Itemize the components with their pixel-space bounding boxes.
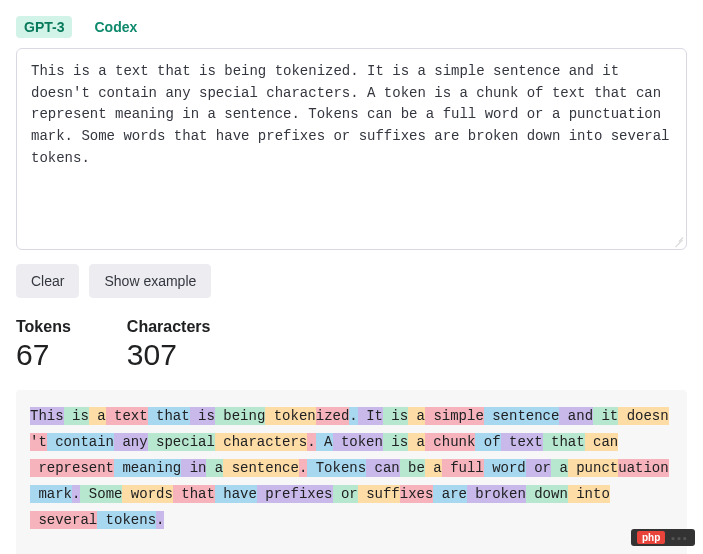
token: or	[526, 459, 551, 477]
token: full	[442, 459, 484, 477]
token: prefixes	[257, 485, 333, 503]
tab-gpt3[interactable]: GPT-3	[16, 16, 72, 38]
token: down	[526, 485, 568, 503]
token: text	[106, 407, 148, 425]
token: broken	[467, 485, 526, 503]
token-visualization: This is a text that is being tokenized. …	[30, 404, 673, 533]
token: is	[190, 407, 215, 425]
token: is	[383, 433, 408, 451]
token: special	[148, 433, 215, 451]
token: uation	[618, 459, 668, 477]
token: of	[475, 433, 500, 451]
watermark: php ▪▪▪	[631, 529, 695, 546]
token: have	[215, 485, 257, 503]
token: that	[173, 485, 215, 503]
token: suff	[358, 485, 400, 503]
token: contain	[47, 433, 114, 451]
token: sentence	[484, 407, 560, 425]
watermark-badge: php	[637, 531, 665, 544]
token: Some	[80, 485, 122, 503]
token: doesn	[618, 407, 668, 425]
token: word	[484, 459, 526, 477]
token: A	[316, 433, 333, 451]
token: chunk	[425, 433, 475, 451]
token: It	[358, 407, 383, 425]
token: characters	[215, 433, 307, 451]
token: This	[30, 407, 64, 425]
token: words	[122, 485, 172, 503]
token: ized	[316, 407, 350, 425]
visualization-panel: This is a text that is being tokenized. …	[16, 390, 687, 554]
tokenizer-input[interactable]	[17, 49, 686, 245]
token: text	[501, 433, 543, 451]
token: .	[349, 407, 357, 425]
token: a	[408, 407, 425, 425]
stat-characters: Characters 307	[127, 318, 211, 372]
show-example-button[interactable]: Show example	[89, 264, 211, 298]
stat-characters-label: Characters	[127, 318, 211, 336]
token: a	[89, 407, 106, 425]
stat-tokens-value: 67	[16, 338, 71, 372]
token: ixes	[400, 485, 434, 503]
token: any	[114, 433, 148, 451]
token: a	[425, 459, 442, 477]
token: meaning	[114, 459, 181, 477]
token: into	[568, 485, 610, 503]
token: token	[333, 433, 383, 451]
token: be	[400, 459, 425, 477]
token: .	[307, 433, 315, 451]
token: sentence	[223, 459, 299, 477]
token: represent	[30, 459, 114, 477]
token: punct	[568, 459, 618, 477]
token: simple	[425, 407, 484, 425]
token: can	[585, 433, 619, 451]
token: mark	[30, 485, 72, 503]
token: it	[593, 407, 618, 425]
clear-button[interactable]: Clear	[16, 264, 79, 298]
token: is	[64, 407, 89, 425]
token: Tokens	[307, 459, 366, 477]
stat-characters-value: 307	[127, 338, 211, 372]
token: can	[366, 459, 400, 477]
token: .	[156, 511, 164, 529]
token: being	[215, 407, 265, 425]
token: tokens	[97, 511, 156, 529]
tab-codex[interactable]: Codex	[86, 16, 145, 38]
token: a	[206, 459, 223, 477]
token: that	[543, 433, 585, 451]
token: in	[181, 459, 206, 477]
token: token	[265, 407, 315, 425]
stat-tokens-label: Tokens	[16, 318, 71, 336]
token: and	[559, 407, 593, 425]
token: a	[551, 459, 568, 477]
token: or	[333, 485, 358, 503]
stat-tokens: Tokens 67	[16, 318, 71, 372]
token: is	[383, 407, 408, 425]
token: that	[148, 407, 190, 425]
watermark-text: ▪▪▪	[671, 532, 689, 544]
resize-handle-icon[interactable]	[672, 235, 684, 247]
token: a	[408, 433, 425, 451]
token: are	[433, 485, 467, 503]
token: several	[30, 511, 97, 529]
token: 't	[30, 433, 47, 451]
input-wrapper	[16, 48, 687, 250]
